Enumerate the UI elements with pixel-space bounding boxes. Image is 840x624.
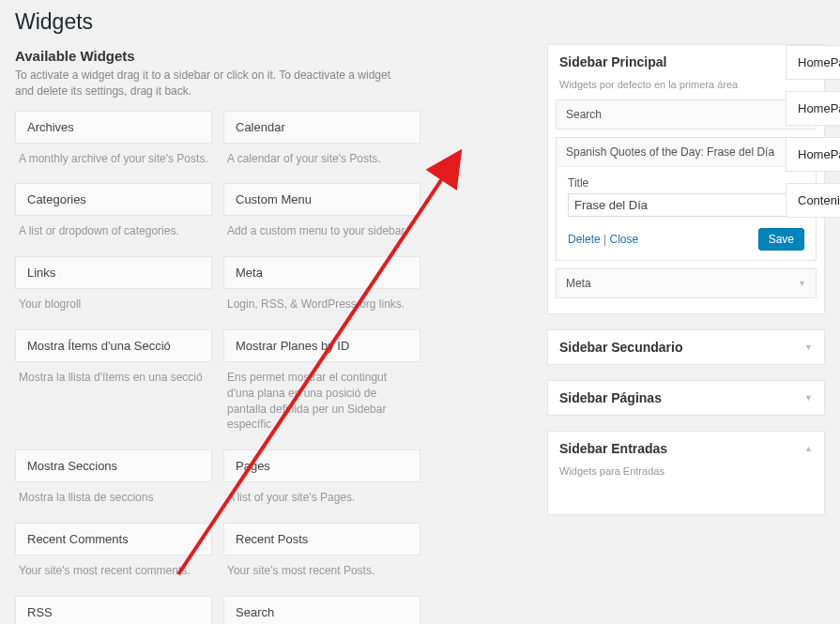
- chevron-down-icon: ▼: [804, 393, 813, 403]
- sidebar-paginas-title: Sidebar Páginas: [559, 390, 662, 405]
- available-widget: ArchivesA monthly archive of your site's…: [15, 111, 212, 176]
- chevron-up-icon: ▲: [804, 444, 813, 453]
- available-widget-desc: Add a custom menu to your sidebar.: [223, 216, 420, 249]
- sidebar-principal-toggle[interactable]: Sidebar Principal ▲: [548, 45, 824, 79]
- available-widget-handle[interactable]: Mostra Ítems d'una Secció: [15, 329, 212, 362]
- available-widget-handle[interactable]: Categories: [15, 183, 212, 216]
- extra-sidebar-tab[interactable]: HomePage: [786, 137, 840, 172]
- page-title: Widgets: [15, 9, 825, 35]
- available-widget-handle[interactable]: Recent Comments: [15, 523, 212, 556]
- available-widget: Recent PostsYour site's most recent Post…: [223, 523, 420, 588]
- widget-meta-label: Meta: [566, 277, 591, 290]
- sidebar-entradas: Sidebar Entradas ▲ Widgets para Entradas: [547, 431, 825, 515]
- sidebar-secundario: Sidebar Secundario ▼: [547, 329, 825, 365]
- sidebar-secundario-toggle[interactable]: Sidebar Secundario ▼: [548, 330, 824, 364]
- available-widget-handle[interactable]: Archives: [15, 111, 212, 144]
- sidebar-principal-desc: Widgets por defecto en la primera área: [548, 79, 824, 99]
- save-button[interactable]: Save: [758, 228, 804, 251]
- available-widget: SearchA search form for your site.: [223, 596, 420, 624]
- extra-sidebar-tab[interactable]: Contenido: [786, 183, 840, 218]
- available-widget-desc: Mostra la llista d'ítems en una secció: [15, 362, 212, 395]
- widget-search[interactable]: Search ▼: [556, 99, 817, 129]
- widget-spanish-quotes: Spanish Quotes of the Day: Frase del Día…: [556, 137, 817, 261]
- widget-meta[interactable]: Meta ▼: [556, 268, 817, 298]
- available-widget-handle[interactable]: Search: [223, 596, 420, 624]
- available-widget-desc: A calendar of your site's Posts.: [223, 144, 420, 176]
- sidebar-paginas: Sidebar Páginas ▼: [547, 380, 825, 416]
- available-widget: MetaLogin, RSS, & WordPress.org links.: [223, 256, 420, 322]
- widget-search-label: Search: [566, 108, 602, 121]
- available-widget-handle[interactable]: Meta: [223, 256, 420, 289]
- available-widget-desc: A monthly archive of your site's Posts.: [15, 144, 212, 176]
- sidebar-entradas-title: Sidebar Entradas: [559, 441, 667, 456]
- available-widget-handle[interactable]: Pages: [223, 449, 420, 482]
- available-widget: RSSEntries from any RSS or Atom feed.: [15, 596, 212, 624]
- extra-sidebar-tab[interactable]: HomePage: [786, 91, 840, 126]
- extra-sidebar-tab[interactable]: HomePage: [786, 45, 840, 80]
- available-widget: Mostrar Planes by IDEns permet mostrar e…: [223, 329, 420, 442]
- widget-spanish-value: : Frase del Día: [700, 145, 774, 159]
- title-input[interactable]: [568, 193, 804, 217]
- widget-spanish-name: Spanish Quotes of the Day: [566, 145, 700, 159]
- available-widget: CalendarA calendar of your site's Posts.: [223, 111, 420, 176]
- available-widget-handle[interactable]: Links: [15, 256, 212, 289]
- title-label: Title: [568, 176, 804, 190]
- available-widget: PagesA list of your site's Pages.: [223, 449, 420, 515]
- delete-link[interactable]: Delete: [568, 233, 601, 246]
- available-widget-desc: Login, RSS, & WordPress.org links.: [223, 289, 420, 322]
- available-widget-handle[interactable]: RSS: [15, 596, 212, 624]
- available-widget-handle[interactable]: Calendar: [223, 111, 420, 144]
- available-widget: CategoriesA list or dropdown of categori…: [15, 183, 212, 249]
- sidebar-secundario-title: Sidebar Secundario: [559, 340, 682, 355]
- available-widget-desc: A list of your site's Pages.: [223, 482, 420, 515]
- available-widget-desc: Ens permet mostrar el contingut d'una pl…: [223, 362, 420, 442]
- chevron-down-icon: ▼: [798, 279, 806, 288]
- available-widget-desc: Mostra la llista de seccions: [15, 482, 212, 515]
- available-heading: Available Widgets: [15, 48, 432, 64]
- available-widget: Custom MenuAdd a custom menu to your sid…: [223, 183, 420, 249]
- available-widget: LinksYour blogroll: [15, 256, 212, 322]
- available-widget: Mostra SeccionsMostra la llista de secci…: [15, 449, 212, 515]
- available-widget-handle[interactable]: Custom Menu: [223, 183, 420, 216]
- available-widget-handle[interactable]: Mostra Seccions: [15, 449, 212, 482]
- available-desc: To activate a widget drag it to a sideba…: [15, 68, 409, 99]
- widget-spanish-quotes-toggle[interactable]: Spanish Quotes of the Day: Frase del Día…: [557, 138, 816, 167]
- sidebar-principal-title: Sidebar Principal: [559, 54, 666, 69]
- available-widgets-panel: Available Widgets To activate a widget d…: [15, 44, 432, 624]
- sidebar-paginas-toggle[interactable]: Sidebar Páginas ▼: [548, 381, 824, 415]
- available-widget-desc: Your site's most recent Posts.: [223, 556, 420, 588]
- sidebar-principal: Sidebar Principal ▲ Widgets por defecto …: [547, 44, 825, 314]
- sidebar-entradas-desc: Widgets para Entradas: [548, 465, 824, 486]
- available-widget-desc: Your site's most recent comments.: [15, 556, 212, 588]
- available-widget-handle[interactable]: Recent Posts: [223, 523, 420, 556]
- available-widget-desc: Your blogroll: [15, 289, 212, 322]
- sidebar-entradas-toggle[interactable]: Sidebar Entradas ▲: [548, 432, 824, 465]
- close-link[interactable]: Close: [609, 233, 638, 246]
- chevron-down-icon: ▼: [804, 342, 813, 352]
- available-widget-desc: A list or dropdown of categories.: [15, 216, 212, 249]
- available-widget-handle[interactable]: Mostrar Planes by ID: [223, 329, 420, 362]
- available-widget: Recent CommentsYour site's most recent c…: [15, 523, 212, 588]
- available-widget: Mostra Ítems d'una SeccióMostra la llist…: [15, 329, 212, 442]
